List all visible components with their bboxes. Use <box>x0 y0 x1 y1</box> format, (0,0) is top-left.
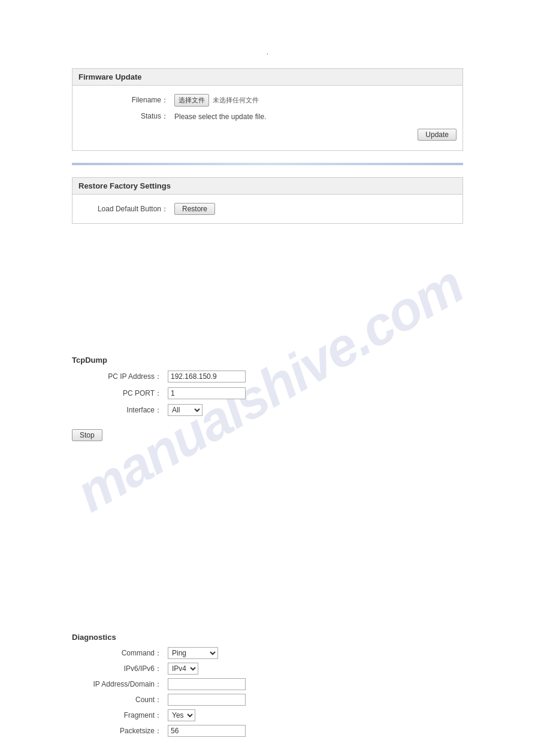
pc-port-row: PC PORT： <box>72 385 463 402</box>
filename-row: Filename： 选择文件未选择任何文件 <box>72 92 463 109</box>
pc-ip-row: PC IP Address： <box>72 368 463 385</box>
blue-divider <box>72 163 463 165</box>
no-file-text: 未选择任何文件 <box>213 96 259 104</box>
ipv-row: IPv6/IPv6： IPv4 IPv6 <box>72 661 463 676</box>
restore-factory-title: Restore Factory Settings <box>72 178 463 195</box>
interface-label: Interface： <box>72 405 168 415</box>
restore-factory-section: Restore Factory Settings Load Default Bu… <box>72 177 463 224</box>
command-label: Command： <box>72 648 168 658</box>
firmware-update-section: Firmware Update Filename： 选择文件未选择任何文件 St… <box>72 68 463 151</box>
tcpdump-section: TcpDump PC IP Address： PC PORT： Interfac… <box>72 356 463 441</box>
status-value: Please select the update file. <box>174 113 457 121</box>
packetsize-input[interactable] <box>168 725 246 737</box>
restore-button-container: Restore <box>174 203 457 215</box>
fragment-value: Yes No <box>168 709 195 721</box>
filename-label: Filename： <box>78 95 174 105</box>
count-input[interactable] <box>168 694 246 706</box>
interface-row: Interface： All eth0 wlan0 <box>72 402 463 418</box>
pc-ip-label: PC IP Address： <box>72 372 168 382</box>
pc-port-value <box>168 387 457 399</box>
interface-value: All eth0 wlan0 <box>168 404 457 416</box>
count-row: Count： <box>72 692 463 708</box>
choose-file-button[interactable]: 选择文件 <box>174 94 209 107</box>
restore-button[interactable]: Restore <box>174 203 215 215</box>
pc-ip-input[interactable] <box>168 371 246 382</box>
ip-domain-row: IP Address/Domain： <box>72 676 463 692</box>
diagnostics-title: Diagnostics <box>72 633 463 645</box>
command-value: Ping Traceroute <box>168 647 218 659</box>
ipv-value: IPv4 IPv6 <box>168 663 198 675</box>
filename-value: 选择文件未选择任何文件 <box>174 94 457 107</box>
update-button[interactable]: Update <box>418 129 457 141</box>
command-row: Command： Ping Traceroute <box>72 645 463 661</box>
fragment-row: Fragment： Yes No <box>72 708 463 723</box>
status-row: Status： Please select the update file. <box>72 109 463 124</box>
fragment-label: Fragment： <box>72 711 168 721</box>
load-default-label: Load Default Button： <box>78 204 174 214</box>
spacer-1 <box>72 236 463 344</box>
ip-domain-label: IP Address/Domain： <box>72 679 168 690</box>
spacer-2 <box>72 441 463 609</box>
stop-button[interactable]: Stop <box>72 429 102 441</box>
top-dot: . <box>72 36 463 68</box>
ipv-select[interactable]: IPv4 IPv6 <box>168 663 198 675</box>
tcpdump-title: TcpDump <box>72 356 463 368</box>
count-label: Count： <box>72 695 168 705</box>
pc-port-label: PC PORT： <box>72 388 168 399</box>
packetsize-value <box>168 725 246 737</box>
firmware-update-title: Firmware Update <box>72 69 463 86</box>
pc-port-input[interactable] <box>168 387 246 399</box>
count-value <box>168 694 246 706</box>
diagnostics-section: Diagnostics Command： Ping Traceroute IPv… <box>72 633 463 739</box>
interface-select[interactable]: All eth0 wlan0 <box>168 404 202 416</box>
load-default-row: Load Default Button： Restore <box>72 201 463 217</box>
fragment-select[interactable]: Yes No <box>168 709 195 721</box>
ip-domain-value <box>168 678 246 690</box>
packetsize-row: Packetsize： <box>72 723 463 739</box>
stop-button-row: Stop <box>72 418 463 441</box>
update-button-row: Update <box>72 124 463 144</box>
ip-domain-input[interactable] <box>168 678 246 690</box>
pc-ip-value <box>168 371 457 382</box>
restore-factory-body: Load Default Button： Restore <box>72 195 463 223</box>
packetsize-label: Packetsize： <box>72 726 168 736</box>
command-select[interactable]: Ping Traceroute <box>168 647 218 659</box>
status-label: Status： <box>78 111 174 122</box>
firmware-update-body: Filename： 选择文件未选择任何文件 Status： Please sel… <box>72 86 463 150</box>
ipv-label: IPv6/IPv6： <box>72 664 168 674</box>
